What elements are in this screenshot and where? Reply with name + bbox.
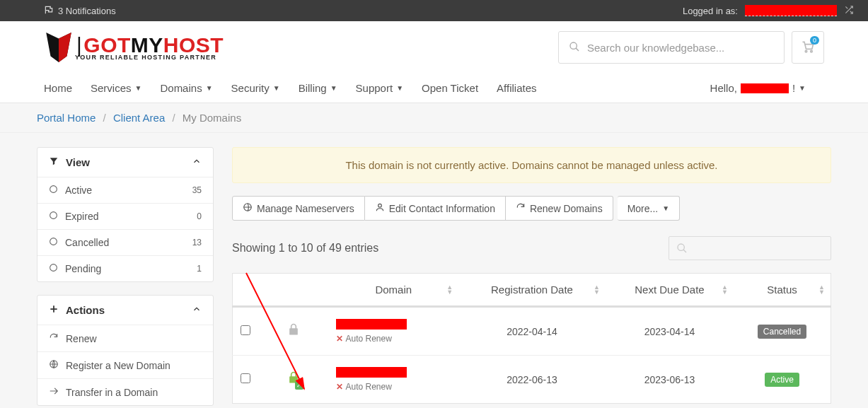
logged-in-label: Logged in as:	[683, 6, 738, 16]
entries-text: Showing 1 to 10 of 49 entries	[232, 242, 378, 255]
cart-button[interactable]: 0	[792, 31, 824, 64]
th-ssl[interactable]	[258, 274, 329, 307]
action-label: Renew	[66, 333, 97, 344]
check-icon: ✓	[295, 381, 303, 390]
inactive-alert: This domain is not currently active. Dom…	[232, 147, 831, 183]
svg-point-10	[678, 244, 684, 250]
domains-table: Domain▲▼ Registration Date▲▼ Next Due Da…	[232, 273, 831, 404]
th-status[interactable]: Status▲▼	[734, 274, 831, 307]
row-checkbox[interactable]	[241, 325, 250, 335]
view-expired[interactable]: Expired 0	[37, 203, 213, 229]
nav-support[interactable]: Support▼	[356, 82, 403, 94]
globe-icon	[243, 202, 253, 214]
reg-date: 2022-04-14	[458, 307, 606, 356]
nav-domains[interactable]: Domains▼	[160, 82, 212, 94]
svg-point-1	[805, 50, 807, 52]
actions-title: Actions	[66, 304, 105, 316]
flag-icon	[44, 5, 54, 17]
table-row[interactable]: ✓ ✕Auto Renew 2022-06-13 2023-06-13 Acti…	[233, 356, 831, 404]
shuffle-icon[interactable]	[844, 5, 854, 17]
bc-portal-home[interactable]: Portal Home	[37, 112, 96, 124]
view-item-count: 13	[192, 238, 202, 247]
caret-down-icon: ▼	[662, 204, 669, 212]
svg-point-4	[50, 212, 57, 219]
button-label: Manage Nameservers	[257, 203, 354, 214]
logo[interactable]: |GOTMYHOST YOUR RELIABLE HOSTING PARTNER	[44, 31, 224, 64]
button-label: Edit Contact Information	[389, 203, 495, 214]
nav-services[interactable]: Services▼	[91, 82, 141, 94]
view-cancelled[interactable]: Cancelled 13	[37, 229, 213, 255]
svg-point-6	[50, 264, 57, 272]
bc-current: My Domains	[183, 112, 241, 124]
caret-down-icon: ▼	[206, 84, 213, 92]
table-search[interactable]	[669, 236, 831, 260]
th-regdate[interactable]: Registration Date▲▼	[458, 274, 606, 307]
domain-name-redacted	[336, 319, 407, 330]
svg-point-3	[50, 186, 57, 193]
chevron-up-icon	[192, 304, 202, 316]
kb-search-input[interactable]	[587, 42, 774, 54]
view-pending[interactable]: Pending 1	[37, 255, 213, 281]
caret-down-icon: ▼	[273, 84, 280, 92]
notifications-link[interactable]: 3 Notifications	[44, 5, 116, 17]
renew-domains-button[interactable]: Renew Domains	[506, 196, 613, 221]
nav-billing[interactable]: Billing▼	[299, 82, 337, 94]
view-item-label: Pending	[65, 263, 101, 274]
nav-security[interactable]: Security▼	[231, 82, 280, 94]
share-icon	[49, 386, 59, 398]
notifications-text: 3 Notifications	[58, 6, 116, 16]
nav-affiliates[interactable]: Affiliates	[497, 82, 536, 94]
svg-point-2	[811, 50, 813, 52]
cart-count: 0	[810, 36, 819, 45]
bulk-toolbar: Manage Nameservers Edit Contact Informat…	[232, 196, 831, 221]
view-item-count: 35	[192, 185, 202, 195]
caret-down-icon: ▼	[330, 84, 337, 92]
view-item-label: Active	[65, 185, 92, 196]
table-row[interactable]: ✕Auto Renew 2022-04-14 2023-04-14 Cancel…	[233, 307, 831, 356]
plus-icon	[49, 304, 59, 316]
nav-hello-user[interactable]: Hello, ! ▼	[710, 82, 806, 94]
refresh-icon	[49, 332, 59, 344]
search-icon	[676, 243, 688, 254]
main-nav: Home Services▼ Domains▼ Security▼ Billin…	[0, 74, 868, 103]
actions-panel: Actions Renew Register a New Domain Tran…	[37, 295, 214, 406]
button-label: Renew Domains	[530, 203, 603, 214]
th-duedate[interactable]: Next Due Date▲▼	[606, 274, 734, 307]
circle-icon	[49, 263, 58, 274]
action-renew[interactable]: Renew	[37, 325, 213, 351]
edit-contact-button[interactable]: Edit Contact Information	[365, 196, 506, 221]
view-item-label: Cancelled	[65, 237, 109, 248]
refresh-icon	[516, 202, 526, 214]
nav-home[interactable]: Home	[44, 82, 72, 94]
lock-active-icon: ✓	[287, 371, 301, 388]
caret-down-icon: ▼	[396, 84, 403, 92]
bc-client-area[interactable]: Client Area	[113, 112, 165, 124]
nav-open-ticket[interactable]: Open Ticket	[422, 82, 478, 94]
th-checkbox	[233, 274, 258, 307]
due-date: 2023-04-14	[606, 307, 734, 356]
caret-down-icon: ▼	[799, 84, 806, 92]
caret-down-icon: ▼	[135, 84, 142, 92]
view-item-count: 1	[197, 264, 202, 274]
auto-renew-label: ✕Auto Renew	[336, 334, 452, 344]
row-checkbox[interactable]	[241, 373, 250, 383]
auto-renew-label: ✕Auto Renew	[336, 382, 452, 392]
globe-icon	[49, 359, 59, 371]
x-icon: ✕	[336, 382, 343, 392]
circle-icon	[49, 211, 58, 222]
action-transfer[interactable]: Transfer in a Domain	[37, 378, 213, 405]
logged-in-user-redacted	[745, 5, 837, 16]
th-domain[interactable]: Domain▲▼	[329, 274, 459, 307]
action-register[interactable]: Register a New Domain	[37, 351, 213, 378]
logo-mark-icon	[44, 31, 74, 64]
view-active[interactable]: Active 35	[37, 177, 213, 203]
search-icon	[569, 41, 580, 54]
kb-search[interactable]	[558, 31, 785, 64]
hello-user-redacted	[741, 83, 789, 93]
more-button[interactable]: More... ▼	[618, 196, 680, 221]
manage-nameservers-button[interactable]: Manage Nameservers	[232, 196, 365, 221]
view-panel-head[interactable]: View	[37, 148, 213, 177]
action-label: Register a New Domain	[66, 360, 170, 371]
due-date: 2023-06-13	[606, 356, 734, 404]
actions-panel-head[interactable]: Actions	[37, 296, 213, 325]
